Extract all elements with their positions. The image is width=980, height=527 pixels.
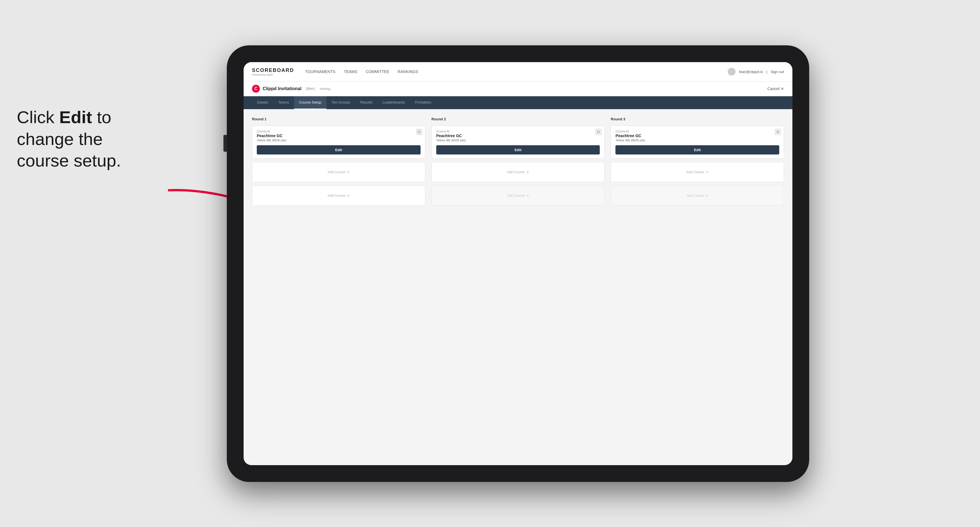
tournament-name: Clippd Invitational (262, 86, 302, 91)
tab-results[interactable]: Results (355, 96, 377, 109)
add-course-r3-1-label: Add Course (686, 170, 704, 174)
edit-bold: Edit (59, 108, 92, 127)
scoreboard-logo: SCOREBOARD Powered by clippd (252, 67, 294, 76)
tab-leaderboards[interactable]: Leaderboards (377, 96, 410, 109)
top-nav: SCOREBOARD Powered by clippd TOURNAMENTS… (243, 62, 792, 82)
edit-button-r2-a[interactable]: Edit (436, 145, 600, 154)
tab-printables[interactable]: Printables (410, 96, 436, 109)
nav-teams[interactable]: TEAMS (344, 70, 357, 74)
user-avatar (728, 68, 735, 76)
course-info-r1-a: Yellow (M) (6629 yds) (257, 138, 420, 142)
nav-links: TOURNAMENTS TEAMS COMMITTEE RANKINGS (305, 70, 728, 74)
sub-header: C Clippd Invitational (Men) Hosting Canc… (243, 82, 792, 96)
add-course-r3-2: Add Course + (611, 186, 784, 206)
course-label-r3-a: (Course A) (616, 130, 779, 133)
add-course-r1-2[interactable]: Add Course + (252, 186, 425, 206)
delete-button-r2-a[interactable]: ⊡ (595, 129, 601, 135)
course-card-r3-a: ⊡ (Course A) Peachtree GC Yellow (M) (66… (611, 125, 784, 159)
side-button (223, 135, 227, 152)
hosting-badge: Hosting (320, 87, 330, 90)
tab-bar: Details Teams Course Setup Tee Groups Re… (243, 96, 792, 109)
cancel-button[interactable]: Cancel ✕ (767, 86, 784, 91)
round-1-title: Round 1 (252, 117, 425, 121)
round-2-title: Round 2 (431, 117, 605, 121)
add-course-r1-1[interactable]: Add Course + (252, 162, 425, 182)
add-course-plus-r1-2: + (347, 193, 350, 198)
tablet-frame: SCOREBOARD Powered by clippd TOURNAMENTS… (227, 45, 809, 482)
nav-tournaments[interactable]: TOURNAMENTS (305, 70, 336, 74)
delete-button-r1-a[interactable]: ⊡ (416, 129, 422, 135)
round-1-column: Round 1 ⊡ (Course A) Peachtree GC Yellow… (252, 117, 425, 206)
edit-button-r3-a[interactable]: Edit (616, 145, 779, 154)
tab-details[interactable]: Details (252, 96, 273, 109)
add-course-r3-1[interactable]: Add Course + (611, 162, 784, 182)
course-info-r2-a: Yellow (M) (6629 yds) (436, 138, 600, 142)
add-course-r2-2: Add Course + (431, 186, 605, 206)
course-label-r2-a: (Course A) (436, 130, 600, 133)
nav-rankings[interactable]: RANKINGS (398, 70, 418, 74)
add-course-r1-2-label: Add Course (328, 194, 345, 198)
tablet-screen: SCOREBOARD Powered by clippd TOURNAMENTS… (243, 62, 792, 465)
add-course-plus-r3-1: + (706, 170, 708, 175)
round-3-title: Round 3 (611, 117, 784, 121)
user-email: blair@clippd.io (739, 70, 763, 74)
nav-user: blair@clippd.io | Sign out (728, 68, 784, 76)
course-name-r1-a: Peachtree GC (257, 133, 420, 138)
clippd-logo: C (252, 85, 260, 93)
add-course-plus-r2-2: + (527, 193, 529, 198)
add-course-r2-1-label: Add Course (507, 170, 525, 174)
sub-header-left: C Clippd Invitational (Men) Hosting (252, 85, 767, 93)
rounds-grid: Round 1 ⊡ (Course A) Peachtree GC Yellow… (252, 117, 784, 206)
course-info-r3-a: Yellow (M) (6629 yds) (616, 138, 779, 142)
tab-course-setup[interactable]: Course Setup (294, 96, 326, 109)
add-course-r1-1-label: Add Course (328, 170, 345, 174)
instruction-text: Click Edit to change the course setup. (17, 106, 121, 171)
course-card-r2-a: ⊡ (Course A) Peachtree GC Yellow (M) (66… (431, 125, 605, 159)
tournament-gender: (Men) (306, 87, 315, 90)
course-name-r2-a: Peachtree GC (436, 133, 600, 138)
round-3-column: Round 3 ⊡ (Course A) Peachtree GC Yellow… (611, 117, 784, 206)
round-2-column: Round 2 ⊡ (Course A) Peachtree GC Yellow… (431, 117, 605, 206)
logo-title: SCOREBOARD (252, 67, 294, 73)
nav-pipe: | (766, 70, 767, 74)
add-course-plus-r2-1: + (527, 170, 529, 175)
add-course-r3-2-label: Add Course (686, 194, 704, 198)
nav-committee[interactable]: COMMITTEE (366, 70, 389, 74)
course-name-r3-a: Peachtree GC (616, 133, 779, 138)
add-course-plus-r3-2: + (706, 193, 708, 198)
tab-tee-groups[interactable]: Tee Groups (326, 96, 355, 109)
add-course-r2-1[interactable]: Add Course + (431, 162, 605, 182)
tab-teams[interactable]: Teams (273, 96, 294, 109)
add-course-r2-2-label: Add Course (507, 194, 525, 198)
add-course-plus-r1-1: + (347, 170, 350, 175)
delete-button-r3-a[interactable]: ⊡ (775, 129, 781, 135)
course-card-r1-a: ⊡ (Course A) Peachtree GC Yellow (M) (66… (252, 125, 425, 159)
sign-out-link[interactable]: Sign out (770, 70, 784, 74)
course-label-r1-a: (Course A) (257, 130, 420, 133)
main-content: Round 1 ⊡ (Course A) Peachtree GC Yellow… (243, 109, 792, 465)
edit-button-r1-a[interactable]: Edit (257, 145, 420, 154)
logo-sub: Powered by clippd (252, 73, 294, 76)
